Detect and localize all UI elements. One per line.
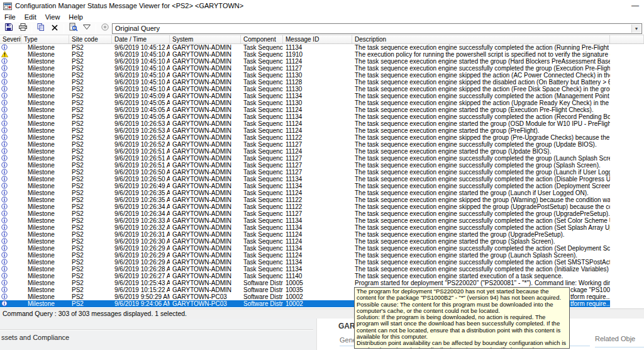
cell-component: Task Sequence ...	[241, 224, 283, 231]
table-row[interactable]: MilestonePS29/6/2019 10:26:30 AMGARYTOWN…	[0, 238, 644, 245]
menu-view[interactable]: View	[41, 13, 65, 21]
table-row[interactable]: MilestonePS29/6/2019 10:45:10 AMGARYTOWN…	[0, 79, 644, 86]
cell-type: Milestone	[21, 231, 69, 238]
table-row[interactable]: MilestonePS29/6/2019 10:26:52 AMGARYTOWN…	[0, 141, 644, 148]
query-combobox[interactable]: Original Query ▼	[112, 23, 642, 34]
table-row[interactable]: MilestonePS29/6/2019 10:26:32 AMGARYTOWN…	[0, 224, 644, 231]
info-icon	[0, 148, 21, 155]
cell-date-time: 9/6/2019 10:26:53 AM	[112, 120, 170, 127]
chevron-down-icon[interactable]: ▼	[631, 25, 641, 33]
table-row[interactable]: MilestonePS29/6/2019 10:26:53 AMGARYTOWN…	[0, 120, 644, 127]
info-icon	[0, 155, 21, 162]
cell-description: The task sequence execution engine succe…	[352, 176, 610, 183]
delete-button[interactable]	[48, 23, 62, 34]
cell-component: Task Sequence ...	[241, 86, 283, 93]
record-button[interactable]	[98, 23, 112, 34]
cell-site-code: PS2	[69, 169, 112, 176]
cell-description: The task sequence execution engine succe…	[352, 162, 610, 169]
cell-site-code: PS2	[69, 72, 112, 79]
column-header-filler[interactable]	[610, 35, 644, 43]
table-row[interactable]: MilestonePS29/6/2019 10:26:34 AMGARYTOWN…	[0, 203, 644, 210]
cell-type: Milestone	[21, 141, 69, 148]
cell-date-time: 9/6/2019 10:26:29 AM	[112, 252, 170, 259]
table-row[interactable]: MilestonePS29/6/2019 10:26:35 AMGARYTOWN…	[0, 189, 644, 196]
column-header-date-time[interactable]: Date / Time	[112, 35, 170, 43]
info-icon	[0, 238, 21, 245]
filter-button[interactable]	[80, 23, 94, 34]
cell-filler	[610, 245, 644, 252]
info-icon	[0, 141, 21, 148]
menu-file[interactable]: File	[0, 13, 20, 21]
table-row[interactable]: MilestonePS29/6/2019 10:45:10 AMGARYTOWN…	[0, 72, 644, 79]
table-row[interactable]: MilestonePS29/6/2019 10:26:53 AMGARYTOWN…	[0, 127, 644, 134]
cell-system: GARYTOWN-PC03	[170, 300, 241, 307]
table-row[interactable]: MilestonePS29/6/2019 10:26:35 AMGARYTOWN…	[0, 196, 644, 203]
table-row[interactable]: MilestonePS29/6/2019 10:26:31 AMGARYTOWN…	[0, 231, 644, 238]
cell-date-time: 9/6/2019 10:26:52 AM	[112, 134, 170, 141]
minimize-button[interactable]: —	[631, 1, 639, 10]
column-header-site-code[interactable]: Site code	[69, 35, 112, 43]
column-header-system[interactable]: System	[170, 35, 241, 43]
table-row[interactable]: MilestonePS29/6/2019 10:26:51 AMGARYTOWN…	[0, 162, 644, 169]
cell-description: The task sequence execution engine skipp…	[352, 72, 610, 79]
copy-button[interactable]	[34, 23, 48, 34]
save-button[interactable]	[2, 23, 16, 34]
table-row[interactable]: MilestonePS29/6/2019 10:45:10 AMGARYTOWN…	[0, 86, 644, 93]
menu-edit[interactable]: Edit	[20, 13, 41, 21]
cell-component: Task Sequence ...	[241, 217, 283, 224]
column-header-severity[interactable]: Severity	[0, 35, 21, 43]
cell-type: Milestone	[21, 176, 69, 183]
table-row[interactable]: MilestonePS29/6/2019 10:26:29 AMGARYTOWN…	[0, 259, 644, 266]
cell-filler	[610, 210, 644, 217]
cell-type: Milestone	[21, 189, 69, 196]
cell-system: GARYTOWN-ADMIN	[170, 259, 241, 266]
cell-message-id: 11128	[283, 79, 352, 86]
cell-type: Milestone	[21, 93, 69, 99]
table-row[interactable]: MilestonePS29/6/2019 10:45:09 AMGARYTOWN…	[0, 93, 644, 99]
table-row[interactable]: MilestonePS29/6/2019 10:26:49 AMGARYTOWN…	[0, 183, 644, 189]
table-row[interactable]: MilestonePS29/6/2019 10:45:10 AMGARYTOWN…	[0, 51, 644, 58]
cell-description: The task sequence execution engine start…	[352, 106, 610, 113]
table-row[interactable]: MilestonePS29/6/2019 10:26:27 AMGARYTOWN…	[0, 273, 644, 279]
cell-message-id: 11124	[283, 189, 352, 196]
cell-message-id: 11134	[283, 44, 352, 51]
table-row[interactable]: MilestonePS29/6/2019 10:26:52 AMGARYTOWN…	[0, 134, 644, 141]
sidebar-item-assets-and-compliance[interactable]: ssets and Compliance	[1, 334, 69, 341]
column-header-message-id[interactable]: Message ID	[283, 35, 352, 43]
cell-site-code: PS2	[69, 79, 112, 86]
cell-type: Milestone	[21, 99, 69, 106]
table-row[interactable]: MilestonePS29/6/2019 10:26:51 AMGARYTOWN…	[0, 148, 644, 155]
cell-description: The task sequence execution engine succe…	[352, 93, 610, 99]
menu-help[interactable]: Help	[64, 13, 87, 21]
table-row[interactable]: MilestonePS29/6/2019 10:45:10 AMGARYTOWN…	[0, 58, 644, 65]
table-row[interactable]: MilestonePS29/6/2019 10:26:29 AMGARYTOWN…	[0, 245, 644, 252]
cell-component: Task Sequence ...	[241, 58, 283, 65]
table-row[interactable]: MilestonePS29/6/2019 10:45:05 AMGARYTOWN…	[0, 113, 644, 120]
section-related-objects: Related Obje	[595, 335, 635, 342]
table-row[interactable]: MilestonePS29/6/2019 10:26:28 AMGARYTOWN…	[0, 266, 644, 273]
cell-site-code: PS2	[69, 58, 112, 65]
print-button[interactable]	[16, 23, 30, 34]
info-icon	[0, 113, 21, 120]
table-row[interactable]: MilestonePS29/6/2019 10:45:10 AMGARYTOWN…	[0, 65, 644, 72]
table-row[interactable]: MilestonePS29/6/2019 10:45:05 AMGARYTOWN…	[0, 106, 644, 113]
table-row[interactable]: MilestonePS29/6/2019 10:45:12 AMGARYTOWN…	[0, 44, 644, 51]
column-header-description[interactable]: Description	[352, 35, 610, 43]
table-row[interactable]: MilestonePS29/6/2019 10:26:50 AMGARYTOWN…	[0, 176, 644, 183]
cell-message-id: 11127	[283, 141, 352, 148]
cell-site-code: PS2	[69, 293, 112, 300]
refresh-query-button[interactable]	[66, 23, 80, 34]
column-header-type[interactable]: Type	[21, 35, 69, 43]
table-row[interactable]: MilestonePS29/6/2019 10:26:34 AMGARYTOWN…	[0, 210, 644, 217]
cell-message-id: 11127	[283, 65, 352, 72]
table-row[interactable]: MilestonePS29/6/2019 10:26:33 AMGARYTOWN…	[0, 217, 644, 224]
column-header-component[interactable]: Component	[241, 35, 283, 43]
cell-component: Task Sequence ...	[241, 79, 283, 86]
cell-type: Milestone	[21, 266, 69, 273]
table-row[interactable]: MilestonePS29/6/2019 10:26:51 AMGARYTOWN…	[0, 155, 644, 162]
table-row[interactable]: MilestonePS29/6/2019 10:45:05 AMGARYTOWN…	[0, 99, 644, 106]
cell-date-time: 9/6/2019 10:26:35 AM	[112, 189, 170, 196]
table-row[interactable]: MilestonePS29/6/2019 10:26:29 AMGARYTOWN…	[0, 252, 644, 259]
table-row[interactable]: MilestonePS29/6/2019 10:25:43 AMGARYTOWN…	[0, 279, 644, 286]
table-row[interactable]: MilestonePS29/6/2019 10:26:50 AMGARYTOWN…	[0, 169, 644, 176]
